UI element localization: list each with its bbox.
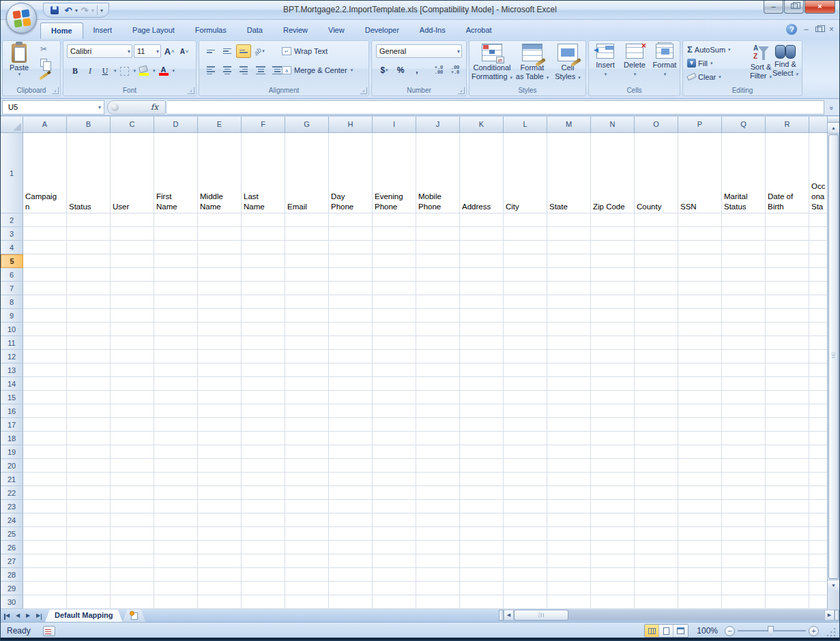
- cell-Q21[interactable]: [722, 473, 766, 486]
- cell-Q16[interactable]: [722, 404, 766, 418]
- cell-S24[interactable]: [809, 513, 828, 527]
- cell-R17[interactable]: [766, 418, 809, 432]
- page-layout-view-button[interactable]: [659, 625, 674, 637]
- cell-N11[interactable]: [591, 336, 635, 350]
- cell-O19[interactable]: [635, 445, 678, 459]
- cell-L10[interactable]: [504, 323, 547, 336]
- cell-B26[interactable]: [67, 541, 111, 554]
- cell-N2[interactable]: [591, 213, 635, 227]
- cell-M19[interactable]: [547, 445, 591, 459]
- cell-K27[interactable]: [460, 554, 504, 568]
- cell-J2[interactable]: [416, 213, 460, 227]
- row-header-25[interactable]: 25: [1, 527, 23, 541]
- cell-M13[interactable]: [547, 363, 591, 377]
- cell-E7[interactable]: [198, 282, 242, 295]
- cell-M20[interactable]: [547, 459, 591, 473]
- cell-N13[interactable]: [591, 363, 635, 377]
- cell-F27[interactable]: [242, 554, 285, 568]
- cell-B9[interactable]: [67, 309, 111, 323]
- row-header-14[interactable]: 14: [1, 377, 23, 391]
- cell-H28[interactable]: [329, 568, 373, 582]
- cell-S14[interactable]: [809, 377, 828, 391]
- cell-I22[interactable]: [373, 486, 416, 500]
- cell-Q10[interactable]: [722, 323, 766, 336]
- cell-S22[interactable]: [809, 486, 828, 500]
- cell-R22[interactable]: [766, 486, 809, 500]
- cell-M21[interactable]: [547, 473, 591, 486]
- column-header-K[interactable]: K: [460, 117, 504, 133]
- zoom-level-text[interactable]: 100%: [697, 626, 718, 636]
- cell-L8[interactable]: [504, 295, 547, 309]
- expand-formula-bar-button[interactable]: »: [826, 100, 838, 115]
- cell-C8[interactable]: [111, 295, 154, 309]
- column-header-E[interactable]: E: [198, 117, 242, 133]
- cell-D16[interactable]: [154, 404, 198, 418]
- cell-L30[interactable]: [504, 595, 547, 609]
- column-header-D[interactable]: D: [154, 117, 198, 133]
- cell-M22[interactable]: [547, 486, 591, 500]
- cell-O2[interactable]: [635, 213, 678, 227]
- cell-R28[interactable]: [766, 568, 809, 582]
- cell-S21[interactable]: [809, 473, 828, 486]
- cell-E10[interactable]: [198, 323, 242, 336]
- row-header-19[interactable]: 19: [1, 445, 23, 459]
- cell-D8[interactable]: [154, 295, 198, 309]
- cell-J27[interactable]: [416, 554, 460, 568]
- cell-Q23[interactable]: [722, 500, 766, 513]
- cell-I9[interactable]: [373, 309, 416, 323]
- cell-A1[interactable]: Campaign: [23, 133, 67, 213]
- cell-Q7[interactable]: [722, 282, 766, 295]
- cell-Q6[interactable]: [722, 268, 766, 282]
- cell-A19[interactable]: [23, 445, 67, 459]
- cell-A20[interactable]: [23, 459, 67, 473]
- column-header-B[interactable]: B: [67, 117, 111, 133]
- cell-F12[interactable]: [242, 350, 285, 363]
- cell-H22[interactable]: [329, 486, 373, 500]
- cell-R19[interactable]: [766, 445, 809, 459]
- cell-D24[interactable]: [154, 513, 198, 527]
- find-select-button[interactable]: Find & Select ▾: [768, 44, 803, 78]
- cell-P8[interactable]: [678, 295, 722, 309]
- cell-B3[interactable]: [67, 227, 111, 241]
- cell-Q17[interactable]: [722, 418, 766, 432]
- row-header-10[interactable]: 10: [1, 323, 23, 336]
- cell-Q3[interactable]: [722, 227, 766, 241]
- cell-C26[interactable]: [111, 541, 154, 554]
- office-button[interactable]: [6, 3, 37, 33]
- cell-B24[interactable]: [67, 513, 111, 527]
- comma-style-button[interactable]: ,: [410, 63, 424, 77]
- cell-I20[interactable]: [373, 459, 416, 473]
- cell-B30[interactable]: [67, 595, 111, 609]
- cell-P24[interactable]: [678, 513, 722, 527]
- cell-R26[interactable]: [766, 541, 809, 554]
- cell-A17[interactable]: [23, 418, 67, 432]
- cell-S1[interactable]: OcconaSta: [809, 133, 828, 213]
- cell-F7[interactable]: [242, 282, 285, 295]
- cell-B29[interactable]: [67, 582, 111, 595]
- workbook-close-button[interactable]: ×: [829, 25, 834, 33]
- row-header-13[interactable]: 13: [1, 363, 23, 377]
- cell-N22[interactable]: [591, 486, 635, 500]
- cell-E28[interactable]: [198, 568, 242, 582]
- cell-P16[interactable]: [678, 404, 722, 418]
- cell-E26[interactable]: [198, 541, 242, 554]
- cell-F14[interactable]: [242, 377, 285, 391]
- cell-R20[interactable]: [766, 459, 809, 473]
- cell-H10[interactable]: [329, 323, 373, 336]
- cell-M14[interactable]: [547, 377, 591, 391]
- cell-B18[interactable]: [67, 432, 111, 445]
- cell-C5[interactable]: [111, 254, 154, 268]
- cell-J1[interactable]: MobilePhone: [416, 133, 460, 213]
- cell-C14[interactable]: [111, 377, 154, 391]
- cell-M30[interactable]: [547, 595, 591, 609]
- cell-F20[interactable]: [242, 459, 285, 473]
- formula-input[interactable]: [167, 100, 824, 115]
- cell-H16[interactable]: [329, 404, 373, 418]
- cell-L3[interactable]: [504, 227, 547, 241]
- cell-K12[interactable]: [460, 350, 504, 363]
- cell-H23[interactable]: [329, 500, 373, 513]
- cell-A12[interactable]: [23, 350, 67, 363]
- cell-B15[interactable]: [67, 391, 111, 404]
- cell-N17[interactable]: [591, 418, 635, 432]
- cell-E8[interactable]: [198, 295, 242, 309]
